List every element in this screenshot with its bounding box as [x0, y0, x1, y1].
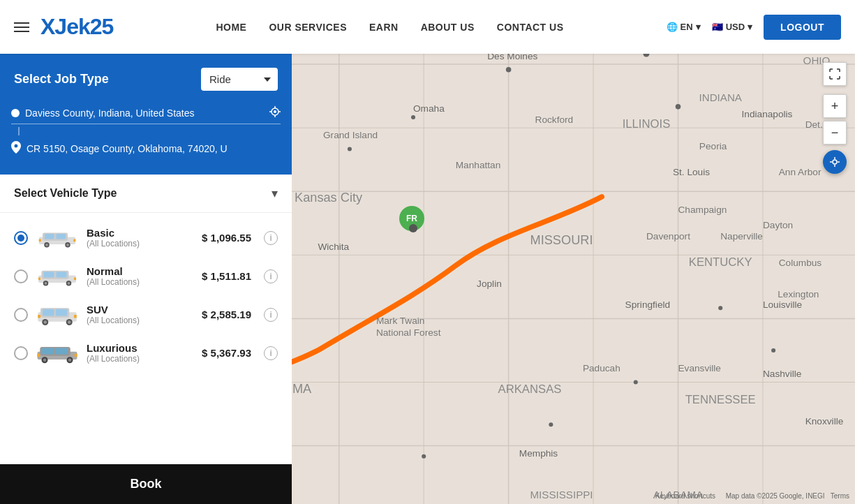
book-section: Book	[0, 464, 292, 504]
normal-vehicle-name: Normal	[87, 265, 193, 277]
currency-flag: 🇦🇺	[712, 22, 723, 32]
svg-text:Ann Arbor: Ann Arbor	[779, 167, 821, 177]
vehicle-option-luxurious[interactable]: Luxurious (All Locations) $ 5,367.93 i	[0, 334, 292, 372]
svg-text:Des Moines: Des Moines	[487, 54, 537, 61]
from-input[interactable]	[25, 108, 264, 119]
currency-selector[interactable]: 🇦🇺 USD ▾	[712, 22, 752, 32]
nav-services[interactable]: OUR SERVICES	[269, 22, 347, 33]
svg-text:Springfield: Springfield	[625, 299, 671, 310]
radio-basic[interactable]	[14, 231, 28, 245]
svg-rect-148	[38, 353, 40, 357]
suv-car-icon	[36, 304, 78, 325]
svg-rect-138	[38, 315, 40, 318]
pin-from	[409, 224, 417, 232]
svg-text:Manhattan: Manhattan	[456, 160, 501, 170]
vehicle-section-label: Select Vehicle Type	[14, 187, 117, 200]
zoom-in-button[interactable]: +	[823, 94, 847, 118]
nav-about[interactable]: ABOUT US	[421, 22, 475, 33]
svg-point-23	[506, 67, 512, 73]
job-type-select[interactable]: Ride Delivery Courier	[201, 68, 278, 91]
logo[interactable]: XJek25	[40, 14, 113, 40]
radio-luxurious[interactable]	[14, 346, 28, 360]
svg-point-137	[68, 320, 71, 324]
terms-link[interactable]: Terms	[831, 492, 849, 500]
svg-text:INDIANA: INDIANA	[699, 91, 742, 103]
language-selector[interactable]: 🌐 EN ▾	[667, 22, 701, 32]
zoom-out-button[interactable]: −	[823, 121, 847, 144]
nav-contact[interactable]: CONTACT US	[497, 22, 564, 33]
logo-accent: 25	[90, 14, 114, 39]
svg-point-105	[274, 110, 276, 113]
luxurious-info-icon[interactable]: i	[264, 346, 278, 360]
suv-vehicle-price: $ 2,585.19	[202, 309, 251, 320]
svg-text:Louisville: Louisville	[763, 299, 802, 310]
svg-text:Nashville: Nashville	[763, 369, 801, 379]
logout-button[interactable]: LOGOUT	[764, 15, 841, 40]
svg-text:MISSOURI: MISSOURI	[530, 233, 593, 247]
svg-point-34	[422, 454, 426, 459]
svg-point-27	[676, 104, 681, 110]
vehicle-option-basic[interactable]: Basic (All Locations) $ 1,096.55 i	[0, 218, 292, 257]
hamburger-menu[interactable]	[14, 22, 29, 32]
svg-text:Memphis: Memphis	[519, 448, 558, 459]
location-button[interactable]	[823, 150, 847, 174]
svg-text:Kansas City: Kansas City	[295, 191, 363, 205]
svg-text:Grand Island: Grand Island	[323, 130, 378, 140]
basic-info-icon[interactable]: i	[264, 231, 278, 245]
svg-point-38	[771, 348, 775, 353]
basic-vehicle-info: Basic (All Locations)	[87, 227, 193, 249]
svg-point-147	[68, 358, 72, 362]
svg-text:Evansville: Evansville	[678, 363, 720, 373]
svg-point-37	[718, 306, 722, 310]
luxurious-vehicle-info: Luxurious (All Locations)	[87, 342, 193, 364]
svg-text:ARKANSAS: ARKANSAS	[498, 383, 562, 396]
radio-basic-fill	[17, 235, 24, 242]
svg-point-127	[68, 281, 70, 284]
keyboard-shortcuts[interactable]: Keyboard shortcuts	[655, 492, 715, 500]
svg-text:Naperville: Naperville	[720, 231, 763, 242]
svg-text:Dayton: Dayton	[763, 220, 793, 230]
normal-info-icon[interactable]: i	[264, 269, 278, 283]
header-right: 🌐 EN ▾ 🇦🇺 USD ▾ LOGOUT	[667, 15, 841, 40]
nav-home[interactable]: HOME	[216, 22, 246, 33]
fullscreen-button[interactable]	[823, 62, 847, 86]
radio-suv[interactable]	[14, 308, 28, 322]
gps-icon[interactable]	[269, 106, 281, 119]
main-nav: HOME OUR SERVICES EARN ABOUT US CONTACT …	[216, 22, 563, 33]
svg-rect-149	[75, 353, 77, 357]
nav-earn[interactable]: EARN	[369, 22, 399, 33]
from-input-wrapper	[11, 102, 281, 124]
svg-text:Rockford: Rockford	[535, 114, 574, 125]
svg-rect-133	[56, 309, 68, 316]
to-input[interactable]	[27, 143, 281, 154]
svg-rect-118	[39, 239, 41, 242]
radio-normal[interactable]	[14, 269, 28, 283]
job-type-section: Select Job Type Ride Delivery Courier	[0, 54, 292, 102]
vehicle-option-normal[interactable]: Normal (All Locations) $ 1,511.81 i	[0, 257, 292, 295]
svg-text:Paducah: Paducah	[583, 363, 620, 373]
svg-rect-139	[74, 315, 77, 318]
to-input-wrapper	[11, 137, 281, 161]
luxurious-vehicle-name: Luxurious	[87, 342, 193, 354]
plus-icon: +	[831, 99, 839, 114]
luxurious-vehicle-price: $ 5,367.93	[202, 347, 251, 359]
svg-rect-128	[38, 277, 40, 280]
svg-rect-122	[44, 272, 54, 277]
destination-pin-icon	[11, 141, 21, 156]
svg-text:National Forest: National Forest	[376, 327, 441, 338]
svg-text:KENTUCKY: KENTUCKY	[689, 255, 752, 269]
svg-rect-123	[57, 272, 67, 277]
svg-text:ILLINOIS: ILLINOIS	[623, 117, 671, 131]
svg-text:Davenport: Davenport	[646, 231, 690, 242]
svg-text:TENNESSEE: TENNESSEE	[685, 393, 756, 406]
svg-text:St. Louis: St. Louis	[673, 167, 710, 177]
svg-point-117	[66, 243, 69, 246]
svg-rect-113	[57, 234, 66, 239]
vehicle-option-suv[interactable]: SUV (All Locations) $ 2,585.19 i	[0, 295, 292, 334]
basic-vehicle-price: $ 1,096.55	[202, 232, 251, 244]
suv-info-icon[interactable]: i	[264, 308, 278, 322]
book-button[interactable]: Book	[0, 464, 292, 504]
vehicle-type-header[interactable]: Select Vehicle Type ▾	[0, 175, 292, 213]
svg-text:Omaha: Omaha	[413, 103, 445, 114]
vehicle-options: Basic (All Locations) $ 1,096.55 i	[0, 213, 292, 378]
